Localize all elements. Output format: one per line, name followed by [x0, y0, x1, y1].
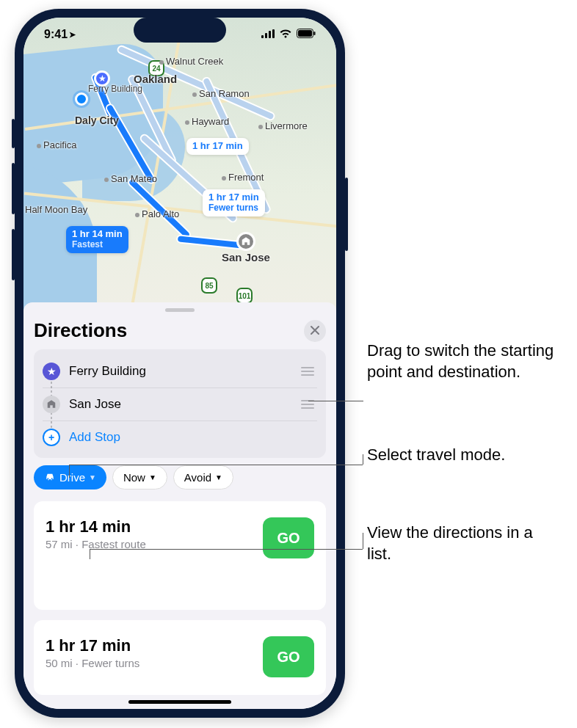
power-button	[345, 178, 348, 251]
result-time: 1 hr 14 min	[46, 517, 146, 536]
svg-rect-0	[261, 35, 264, 38]
city-label: Hayward	[185, 116, 229, 127]
city-label: Fremont	[222, 172, 264, 183]
cellular-icon	[261, 28, 275, 41]
location-arrow-icon: ➤	[69, 30, 76, 40]
sheet-title: Directions	[34, 319, 127, 342]
annotation-line	[69, 465, 363, 465]
city-label: San Ramon	[192, 88, 250, 99]
route-label-alt[interactable]: 1 hr 17 min Fewer turns	[203, 189, 265, 216]
annotation-line	[69, 522, 70, 523]
route-result[interactable]: 1 hr 14 min 57 mi · Fastest route GO	[34, 501, 326, 610]
chevron-down-icon: ▼	[89, 473, 96, 481]
city-label: San Jose	[222, 251, 270, 263]
annotation-list: View the directions in a list.	[367, 523, 558, 564]
mode-row: Drive ▼ Now ▼ Avoid ▼	[34, 465, 326, 489]
map-view[interactable]: ★ 24 85 101 Walnut Creek Oakland San Ram…	[23, 18, 336, 311]
drag-handle-icon[interactable]	[301, 367, 317, 376]
avoid-label: Avoid	[184, 471, 211, 484]
depart-time-chip[interactable]: Now ▼	[112, 465, 167, 489]
city-label: Palo Alto	[135, 208, 179, 219]
annotation-line	[308, 401, 363, 401]
city-label: Livermore	[258, 120, 308, 131]
annotation-line	[363, 533, 363, 549]
phone-frame: 9:41 ➤	[15, 9, 345, 718]
status-time: 9:41	[44, 28, 68, 41]
city-label: Pacifica	[37, 139, 77, 150]
depart-time-label: Now	[123, 471, 145, 484]
annotation-mode: Select travel mode.	[367, 445, 558, 466]
svg-rect-5	[298, 30, 312, 37]
stops-card: ★ Ferry Building San Jose + Add Stop	[34, 349, 326, 458]
go-button[interactable]: GO	[263, 636, 314, 677]
travel-mode-chip[interactable]: Drive ▼	[34, 465, 106, 489]
city-label: Daly City	[75, 114, 119, 126]
svg-rect-3	[272, 29, 275, 38]
directions-sheet[interactable]: Directions ★ Ferry Building	[23, 302, 336, 709]
car-icon	[44, 471, 56, 484]
result-time: 1 hr 17 min	[46, 636, 139, 655]
side-button	[12, 119, 15, 148]
chevron-down-icon: ▼	[149, 473, 156, 481]
close-icon	[311, 324, 319, 338]
svg-point-7	[47, 478, 48, 479]
annotation-drag: Drag to switch the starting point and de…	[367, 341, 558, 382]
volume-down-button	[12, 229, 15, 280]
current-location-icon[interactable]	[75, 92, 88, 106]
stop-label: Ferry Building	[69, 364, 292, 379]
destination-marker-icon[interactable]	[236, 232, 255, 251]
result-subtitle: 50 mi · Fewer turns	[46, 657, 139, 669]
travel-mode-label: Drive	[59, 471, 85, 484]
city-label: Half Moon Bay	[25, 204, 87, 215]
annotation-line	[69, 465, 70, 478]
plus-icon: +	[43, 429, 60, 446]
go-button[interactable]: GO	[263, 517, 314, 558]
destination-icon	[43, 396, 60, 413]
route-label-alt[interactable]: 1 hr 17 min	[186, 138, 249, 155]
route-result[interactable]: 1 hr 17 min 50 mi · Fewer turns GO	[34, 620, 326, 695]
svg-rect-2	[269, 31, 271, 38]
add-stop-row[interactable]: + Add Stop	[43, 421, 317, 454]
annotation-line	[90, 549, 363, 550]
sheet-grabber[interactable]	[165, 308, 195, 312]
annotation-line	[90, 549, 90, 559]
dynamic-island	[134, 18, 226, 43]
svg-rect-1	[265, 33, 267, 38]
add-stop-label: Add Stop	[69, 430, 317, 445]
highway-shield-icon: 101	[236, 288, 253, 304]
stop-row-origin[interactable]: ★ Ferry Building	[43, 355, 317, 387]
wifi-icon	[279, 28, 292, 41]
volume-up-button	[12, 163, 15, 214]
results-list[interactable]: 1 hr 14 min 57 mi · Fastest route GO 1 h…	[34, 497, 326, 703]
home-indicator[interactable]	[128, 700, 231, 704]
stop-label: San Jose	[69, 397, 292, 412]
annotation-line	[363, 454, 363, 465]
route-label-primary[interactable]: 1 hr 14 min Fastest	[66, 226, 128, 253]
avoid-chip[interactable]: Avoid ▼	[173, 465, 233, 489]
stop-row-destination[interactable]: San Jose	[43, 387, 317, 421]
svg-rect-6	[314, 32, 316, 35]
highway-shield-icon: 85	[201, 277, 217, 294]
chevron-down-icon: ▼	[215, 473, 222, 481]
city-label: Walnut Creek	[159, 56, 223, 67]
city-label: San Mateo	[104, 173, 157, 184]
svg-point-8	[51, 478, 53, 479]
star-icon: ★	[43, 363, 60, 380]
marker-label: Ferry Building	[88, 84, 142, 94]
battery-icon	[297, 28, 316, 41]
screen: 9:41 ➤	[23, 18, 336, 709]
close-button[interactable]	[304, 320, 326, 342]
